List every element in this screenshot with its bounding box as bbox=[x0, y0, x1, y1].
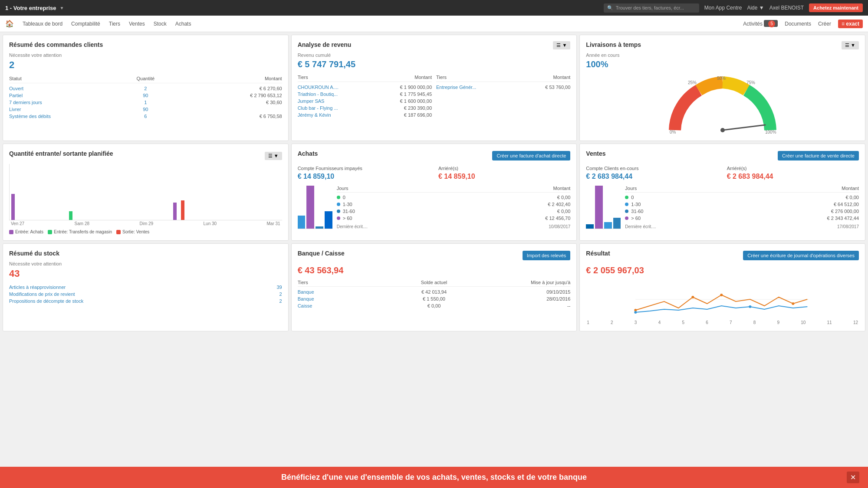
nav-tableaux[interactable]: Tableaux de bord bbox=[23, 21, 62, 27]
company-name: 1 - Votre entreprise bbox=[5, 5, 56, 11]
nav-stock[interactable]: Stock bbox=[154, 21, 167, 27]
bar-lun30-sortie-ventes bbox=[181, 200, 184, 220]
achats-header: Achats Créer une facture d'achat directe bbox=[298, 150, 571, 161]
creer-link[interactable]: Créer bbox=[818, 21, 831, 27]
nav-ventes[interactable]: Ventes bbox=[129, 21, 145, 27]
nav-tiers[interactable]: Tiers bbox=[109, 21, 120, 27]
achats-detail: Jours Montant 0 € 0,00 1-30 € 2 402,40 3… bbox=[298, 186, 571, 229]
ventes-last-row: Dernière écrit.... 17/08/2017 bbox=[625, 224, 859, 229]
livraisons-menu-btn[interactable]: ☰ ▼ bbox=[842, 41, 859, 49]
achats-row-0: 0 € 0,00 bbox=[337, 194, 571, 201]
banque-table-header: Tiers Solde actuel Mise à jour jusqu'à bbox=[298, 280, 571, 287]
rev-row-right-0: Entreprise Génér... € 53 760,00 bbox=[436, 84, 570, 91]
bar-lun30-entree-achats bbox=[173, 203, 177, 220]
achats-compte-amount: € 14 859,10 bbox=[298, 173, 430, 180]
revenue-table: Tiers Montant CHOUKROUN A.... € 1 900 00… bbox=[298, 75, 571, 118]
gauge-chart: 0% 25% 50% 75% 100% bbox=[666, 74, 779, 134]
documents-link[interactable]: Documents bbox=[785, 21, 811, 27]
nav-comptabilite[interactable]: Comptabilité bbox=[71, 21, 100, 27]
commandes-attention-label: Nécessite votre attention bbox=[9, 52, 282, 58]
search-placeholder: Trouver des tiers, factures, écr... bbox=[616, 5, 684, 10]
banque-header: Banque / Caisse Import des relevés bbox=[298, 250, 571, 261]
commandes-big-number[interactable]: 2 bbox=[9, 59, 282, 71]
resultat-amount: € 2 055 967,03 bbox=[586, 265, 859, 275]
commandes-row-0: Ouvert 2 € 6 270,60 bbox=[9, 85, 282, 92]
nav-achats[interactable]: Achats bbox=[175, 21, 191, 27]
bar-sam28-entree-transferts bbox=[69, 211, 72, 220]
stock-attention-label: Nécessite votre attention bbox=[9, 261, 282, 266]
svg-text:0%: 0% bbox=[670, 130, 676, 134]
card-quantite: Quantité entrante/ sortante planifiée ☰ … bbox=[3, 144, 289, 241]
achats-row-3: > 60 € 12 456,70 bbox=[337, 215, 571, 222]
ventes-arriere-amount: € 2 683 984,44 bbox=[727, 173, 859, 180]
nav-right: Activités 5 Documents Créer ≡ exact bbox=[743, 20, 863, 28]
quantite-legend: Entrée: Achats Entrée: Transferts de mag… bbox=[9, 229, 282, 234]
achats-arriere-label: Arriéré(s) bbox=[438, 166, 570, 171]
svg-text:50%: 50% bbox=[717, 76, 726, 81]
card-ventes: Ventes Créer une facture de vente direct… bbox=[579, 144, 865, 241]
activites-link[interactable]: Activités 5 bbox=[743, 20, 778, 27]
svg-point-1 bbox=[720, 128, 725, 132]
stock-row-2: Propositions de décompte de stock 2 bbox=[9, 298, 282, 305]
exact-logo: ≡ exact bbox=[838, 20, 863, 28]
achats-row-1: 1-30 € 2 402,40 bbox=[337, 201, 571, 208]
banque-row-2: Caisse € 0,00 -- bbox=[298, 302, 571, 309]
nav-bar: 🏠 Tableaux de bord Comptabilité Tiers Ve… bbox=[0, 16, 868, 32]
top-bar-right: 🔍 Trouver des tiers, factures, écr... Mo… bbox=[604, 3, 863, 13]
revenue-amount: € 5 747 791,45 bbox=[298, 59, 571, 69]
top-bar: 1 - Votre entreprise ▼ 🔍 Trouver des tie… bbox=[0, 0, 868, 16]
resultat-chart bbox=[586, 280, 859, 319]
revenue-label: Revenu cumulé bbox=[298, 52, 571, 58]
svg-point-11 bbox=[792, 302, 795, 305]
quantite-x-labels: Ven 27 Sam 28 Dim 29 Lun 30 Mar 31 bbox=[9, 221, 282, 226]
ventes-row-3: > 60 € 2 343 472,44 bbox=[625, 215, 859, 222]
achats-title: Achats bbox=[298, 150, 318, 157]
home-icon[interactable]: 🏠 bbox=[5, 20, 14, 28]
analyse-menu-btn[interactable]: ☰ ▼ bbox=[553, 41, 570, 49]
ventes-title: Ventes bbox=[586, 150, 605, 157]
analyse-title: Analyse de revenu bbox=[298, 41, 571, 48]
svg-point-13 bbox=[749, 305, 752, 308]
banque-title: Banque / Caisse bbox=[298, 250, 345, 257]
card-resultat: Résultat Créer une écriture de journal d… bbox=[579, 243, 865, 331]
company-selector[interactable]: 1 - Votre entreprise ▼ bbox=[5, 5, 64, 11]
search-bar[interactable]: 🔍 Trouver des tiers, factures, écr... bbox=[604, 3, 699, 13]
achats-row-2: 31-60 € 0,00 bbox=[337, 208, 571, 215]
card-commandes: Résumé des commandes clients Nécessite v… bbox=[3, 35, 289, 141]
buy-now-button[interactable]: Achetez maintenant bbox=[809, 3, 863, 12]
legend-sortie-ventes: Sortie: Ventes bbox=[116, 229, 149, 234]
user-name: Axel BENOIST bbox=[769, 5, 804, 11]
resultat-x-labels: 1 2 3 4 5 6 7 8 9 10 11 12 bbox=[586, 320, 859, 325]
ventes-compte-amount: € 2 683 984,44 bbox=[586, 173, 718, 180]
revenue-col-left: Tiers Montant CHOUKROUN A.... € 1 900 00… bbox=[298, 75, 432, 118]
app-centre-link[interactable]: Mon App Centre bbox=[704, 5, 742, 11]
banque-import-btn[interactable]: Import des relevés bbox=[523, 251, 570, 260]
livraisons-title: Livraisons à temps bbox=[586, 41, 859, 48]
commandes-row-2: 7 derniers jours 1 € 30,60 bbox=[9, 99, 282, 106]
ventes-create-btn[interactable]: Créer une facture de vente directe bbox=[778, 151, 859, 160]
achats-arriere-col: Arriéré(s) € 14 859,10 bbox=[438, 166, 570, 180]
achats-create-btn[interactable]: Créer une facture d'achat directe bbox=[492, 151, 570, 160]
banque-row-1: Banque € 1 550,00 28/01/2016 bbox=[298, 295, 571, 302]
svg-point-12 bbox=[635, 311, 637, 314]
stock-title: Résumé du stock bbox=[9, 250, 282, 257]
dashboard-grid-row2: Quantité entrante/ sortante planifiée ☰ … bbox=[0, 144, 868, 243]
achats-last-row: Dernière écrit.... 10/08/2017 bbox=[337, 224, 571, 229]
ventes-table: Jours Montant 0 € 0,00 1-30 € 64 512,00 … bbox=[625, 186, 859, 229]
card-livraisons: Livraisons à temps ☰ ▼ Année en cours 10… bbox=[579, 35, 865, 141]
stock-big-number[interactable]: 43 bbox=[9, 268, 282, 279]
resultat-create-btn[interactable]: Créer une écriture de journal d'opératio… bbox=[743, 251, 859, 260]
aide-link[interactable]: Aide ▼ bbox=[747, 5, 764, 11]
dashboard-grid-row3: Résumé du stock Nécessite votre attentio… bbox=[0, 243, 868, 334]
svg-line-0 bbox=[723, 125, 765, 130]
svg-point-10 bbox=[720, 294, 723, 296]
ventes-arriere-col: Arriéré(s) € 2 683 984,44 bbox=[727, 166, 859, 180]
quantite-menu-btn[interactable]: ☰ ▼ bbox=[265, 152, 282, 160]
ventes-header: Ventes Créer une facture de vente direct… bbox=[586, 150, 859, 161]
achats-arriere-amount: € 14 859,10 bbox=[438, 173, 570, 180]
ventes-row-0: 0 € 0,00 bbox=[625, 194, 859, 201]
commandes-row-1: Partiel 90 € 2 790 653,12 bbox=[9, 92, 282, 99]
bar-ven27-entree-achats bbox=[11, 194, 15, 220]
activities-badge: 5 bbox=[764, 20, 778, 27]
resultat-header: Résultat Créer une écriture de journal d… bbox=[586, 250, 859, 261]
